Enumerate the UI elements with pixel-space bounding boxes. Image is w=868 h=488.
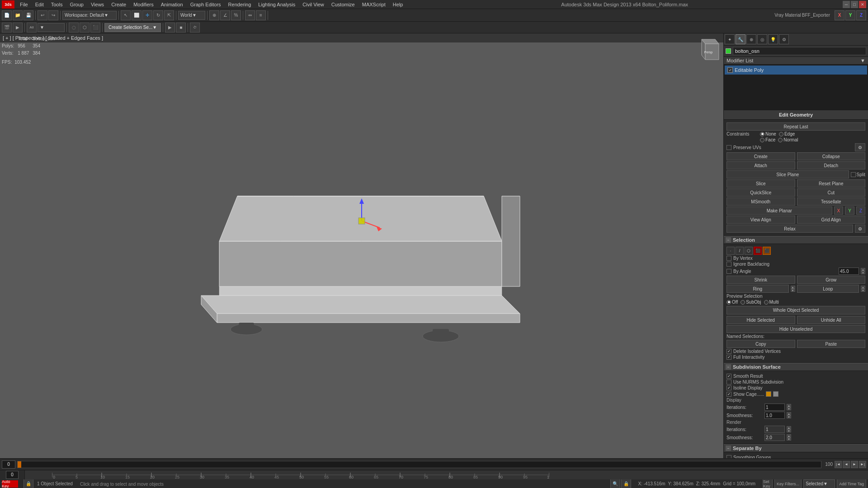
constraint-edge[interactable]: Edge: [779, 131, 795, 136]
slice-button[interactable]: Slice: [726, 179, 795, 188]
preserve-uvs-settings-btn[interactable]: ⚙: [855, 143, 865, 151]
render-iter-up[interactable]: ▲: [787, 426, 791, 429]
preview-subobj[interactable]: SubObj: [741, 300, 761, 305]
copy-button[interactable]: Copy: [726, 340, 795, 348]
planar-y-button[interactable]: Y: [845, 206, 854, 215]
tessellate-button[interactable]: Tessellate: [797, 197, 866, 206]
unhide-all-button[interactable]: Unhide All: [797, 316, 866, 324]
menu-civil-view[interactable]: Civil View: [299, 1, 327, 8]
loop-up[interactable]: ▲: [861, 286, 865, 289]
snap-toggle-btn[interactable]: ⊕: [209, 10, 219, 20]
play-forward-btn[interactable]: ►: [851, 461, 858, 468]
attach-button[interactable]: Attach: [726, 161, 795, 169]
rotate-btn[interactable]: ↻: [153, 10, 163, 20]
ignore-backfacing-check[interactable]: [726, 262, 731, 267]
menu-help[interactable]: Help: [389, 1, 407, 8]
mirror-btn[interactable]: ⇔: [245, 10, 255, 20]
new-btn[interactable]: 📄: [2, 10, 12, 20]
paste-button[interactable]: Paste: [797, 340, 866, 348]
constraint-edge-radio[interactable]: [779, 132, 783, 136]
use-nurms-check[interactable]: [726, 380, 731, 385]
render-setup-btn[interactable]: 🎬: [2, 23, 12, 33]
menu-modifiers[interactable]: Modifiers: [130, 1, 157, 8]
full-interactivity-check[interactable]: [726, 355, 731, 360]
selection-collapse-btn[interactable]: −: [726, 237, 731, 243]
all-by-name-btn[interactable]: All: [27, 23, 37, 33]
msmooth-button[interactable]: MSmooth: [726, 197, 795, 206]
tab-modify[interactable]: 🔧: [736, 34, 745, 44]
tab-utilities[interactable]: ⚙: [779, 34, 789, 44]
render-iterations-input[interactable]: 1: [764, 426, 785, 433]
window-crossing-btn[interactable]: ⬛: [90, 23, 100, 33]
view-align-button[interactable]: View Align: [726, 216, 795, 224]
selected-mode-dropdown[interactable]: Selected ▼: [803, 479, 835, 488]
detach-button[interactable]: Detach: [797, 161, 866, 169]
slice-plane-button[interactable]: Slice Plane: [726, 170, 849, 178]
render-smooth-down[interactable]: ▼: [787, 437, 791, 441]
make-planar-button[interactable]: Make Planar: [726, 206, 832, 215]
play-anim-btn[interactable]: ▶: [165, 23, 175, 33]
next-frame-btn[interactable]: ►|: [859, 461, 866, 468]
constraint-normal[interactable]: Normal: [778, 137, 798, 142]
tab-display[interactable]: 💡: [768, 34, 778, 44]
separate-by-header[interactable]: − Separate By: [724, 444, 868, 452]
display-iterations-input[interactable]: 1: [764, 404, 785, 411]
constraint-face-radio[interactable]: [760, 138, 764, 142]
menu-group[interactable]: Group: [66, 1, 87, 8]
disp-smooth-down[interactable]: ▼: [787, 415, 791, 418]
collapse-button[interactable]: Collapse: [797, 152, 866, 160]
stop-anim-btn[interactable]: ■: [176, 23, 186, 33]
menu-views[interactable]: Views: [87, 1, 108, 8]
isoline-check[interactable]: [726, 385, 731, 390]
subdivision-collapse-btn[interactable]: −: [726, 364, 731, 370]
preserve-uvs-check[interactable]: [726, 145, 731, 150]
by-angle-check[interactable]: [726, 269, 731, 274]
percent-snap-btn[interactable]: %: [231, 10, 241, 20]
select-region-btn[interactable]: ⬜: [132, 10, 142, 20]
render-btn[interactable]: ▶: [13, 23, 23, 33]
create-selection-button[interactable]: Create Selection Se...▼: [104, 23, 161, 32]
disp-iter-down[interactable]: ▼: [787, 407, 791, 410]
menu-animation[interactable]: Animation: [157, 1, 187, 8]
modifier-editable-poly[interactable]: ✓ Editable Poly: [725, 66, 867, 75]
add-time-tag-btn[interactable]: Add Time Tag: [837, 479, 866, 488]
border-select-btn[interactable]: ⬡: [745, 247, 753, 255]
selection-header[interactable]: − Selection: [724, 236, 868, 244]
tab-create[interactable]: ✦: [725, 34, 735, 44]
ring-button[interactable]: Ring: [726, 285, 789, 293]
scale-btn[interactable]: ⇱: [164, 10, 174, 20]
grid-align-button[interactable]: Grid Align: [797, 216, 866, 224]
prev-frame-btn[interactable]: |◄: [835, 461, 842, 468]
play-back-btn[interactable]: ◄: [843, 461, 850, 468]
timeline-thumb[interactable]: [18, 461, 21, 468]
show-cage-check[interactable]: [726, 392, 731, 397]
disp-smooth-up[interactable]: ▲: [787, 412, 791, 415]
menu-maxscript[interactable]: MAXScript: [359, 1, 389, 8]
object-color-swatch[interactable]: [726, 48, 731, 54]
hide-unselected-button[interactable]: Hide Unselected: [726, 325, 865, 333]
by-vertex-check[interactable]: [726, 256, 731, 261]
menu-rendering[interactable]: Rendering: [225, 1, 255, 8]
reference-coord-dropdown[interactable]: World ▼: [178, 11, 205, 20]
menu-file[interactable]: File: [16, 1, 32, 8]
render-iter-down[interactable]: ▼: [787, 429, 791, 432]
viewport-3d[interactable]: Polys: Verts: Total 956 1 887 bolton_osn…: [0, 33, 723, 458]
vertex-select-btn[interactable]: ·: [726, 247, 735, 255]
preview-multi[interactable]: Multi: [764, 300, 779, 305]
cut-button[interactable]: Cut: [797, 188, 866, 197]
hide-selected-button[interactable]: Hide Selected: [726, 316, 795, 324]
preview-subobj-radio[interactable]: [741, 300, 745, 305]
filter-btn[interactable]: 🔍: [610, 479, 620, 488]
close-button[interactable]: ✕: [859, 1, 866, 8]
render-smoothness-input[interactable]: 2.0: [764, 434, 785, 441]
quickslice-button[interactable]: QuickSlice: [726, 188, 795, 197]
object-name-input[interactable]: [733, 47, 866, 55]
menu-lighting-analysis[interactable]: Lighting Analysis: [255, 1, 299, 8]
edge-select-btn[interactable]: /: [736, 247, 744, 255]
ring-up[interactable]: ▲: [791, 286, 795, 289]
subdivision-surface-header[interactable]: − Subdivision Surface: [724, 363, 868, 371]
lock-sel-btn[interactable]: 🔒: [621, 479, 631, 488]
navigation-cube[interactable]: Persp: [693, 37, 720, 64]
timeline-slider[interactable]: [17, 461, 821, 468]
select-btn[interactable]: ↖: [121, 10, 131, 20]
